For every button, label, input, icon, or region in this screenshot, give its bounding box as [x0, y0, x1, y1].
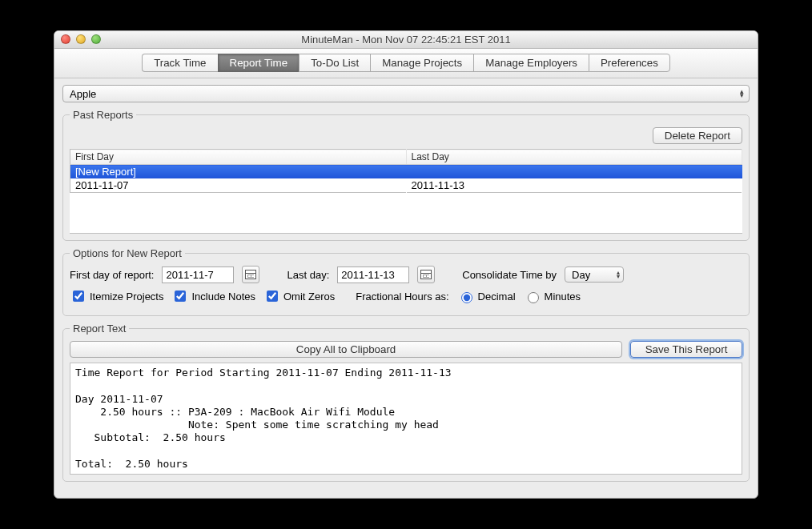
chevron-updown-icon: ▴▾ [740, 90, 744, 98]
itemize-projects-checkbox[interactable] [73, 291, 84, 302]
minimize-icon[interactable] [76, 34, 86, 44]
tab-todo-list[interactable]: To-Do List [299, 54, 370, 72]
first-day-calendar-button[interactable] [242, 266, 259, 283]
omit-zeros-checkbox[interactable] [267, 291, 278, 302]
past-reports-legend: Past Reports [70, 109, 136, 121]
employer-select[interactable]: Apple ▴▾ [62, 85, 750, 102]
past-reports-table[interactable]: First Day Last Day [New Report] 2011-11-… [70, 149, 742, 234]
tab-bar: Track Time Report Time To-Do List Manage… [142, 54, 670, 72]
table-row[interactable]: 2011-11-07 2011-11-13 [70, 178, 742, 193]
employer-select-value: Apple [70, 88, 96, 100]
last-day-input[interactable] [337, 267, 409, 283]
toolbar: Track Time Report Time To-Do List Manage… [54, 49, 758, 78]
content: Apple ▴▾ Past Reports Delete Report Firs… [54, 78, 758, 498]
tab-track-time[interactable]: Track Time [142, 54, 217, 72]
consolidate-label: Consolidate Time by [462, 269, 557, 281]
consolidate-select[interactable]: Day ▴▾ [565, 267, 624, 283]
copy-clipboard-button[interactable]: Copy All to Clipboard [70, 341, 622, 358]
report-text-legend: Report Text [70, 323, 129, 335]
options-legend: Options for New Report [70, 247, 185, 259]
app-window: MinuteMan - Mon Nov 07 22:45:21 EST 2011… [54, 30, 758, 499]
save-report-button[interactable]: Save This Report [630, 341, 742, 358]
report-text-group: Report Text Copy All to Clipboard Save T… [62, 323, 750, 482]
report-textarea[interactable]: Time Report for Period Starting 2011-11-… [70, 363, 742, 475]
calendar-icon [420, 270, 432, 279]
last-day-calendar-button[interactable] [417, 266, 435, 283]
close-icon[interactable] [61, 34, 70, 44]
omit-zeros-check[interactable]: Omit Zeros [263, 288, 335, 304]
options-group: Options for New Report First day of repo… [62, 247, 750, 316]
tab-manage-projects[interactable]: Manage Projects [370, 54, 473, 72]
col-last-day[interactable]: Last Day [406, 150, 742, 165]
table-row[interactable]: [New Report] [70, 165, 742, 179]
calendar-icon [245, 270, 256, 279]
delete-report-button[interactable]: Delete Report [653, 127, 742, 144]
col-first-day[interactable]: First Day [70, 150, 407, 165]
traffic-lights [61, 34, 101, 44]
tab-preferences[interactable]: Preferences [589, 54, 670, 72]
titlebar: MinuteMan - Mon Nov 07 22:45:21 EST 2011 [54, 31, 758, 49]
fractional-decimal-radio[interactable]: Decimal [457, 290, 516, 303]
past-reports-group: Past Reports Delete Report First Day Las… [62, 109, 750, 241]
zoom-icon[interactable] [91, 34, 101, 44]
include-notes-check[interactable]: Include Notes [171, 288, 255, 304]
last-day-label: Last day: [287, 269, 329, 281]
first-day-input[interactable] [162, 267, 234, 283]
chevron-updown-icon: ▴▾ [617, 271, 620, 279]
first-day-label: First day of report: [70, 269, 154, 281]
tab-manage-employers[interactable]: Manage Employers [473, 54, 589, 72]
window-title: MinuteMan - Mon Nov 07 22:45:21 EST 2011 [301, 34, 510, 46]
fractional-label: Fractional Hours as: [356, 291, 448, 303]
tab-report-time[interactable]: Report Time [218, 54, 299, 72]
itemize-projects-check[interactable]: Itemize Projects [70, 288, 163, 304]
fractional-minutes-radio[interactable]: Minutes [524, 290, 581, 303]
include-notes-checkbox[interactable] [175, 291, 186, 302]
